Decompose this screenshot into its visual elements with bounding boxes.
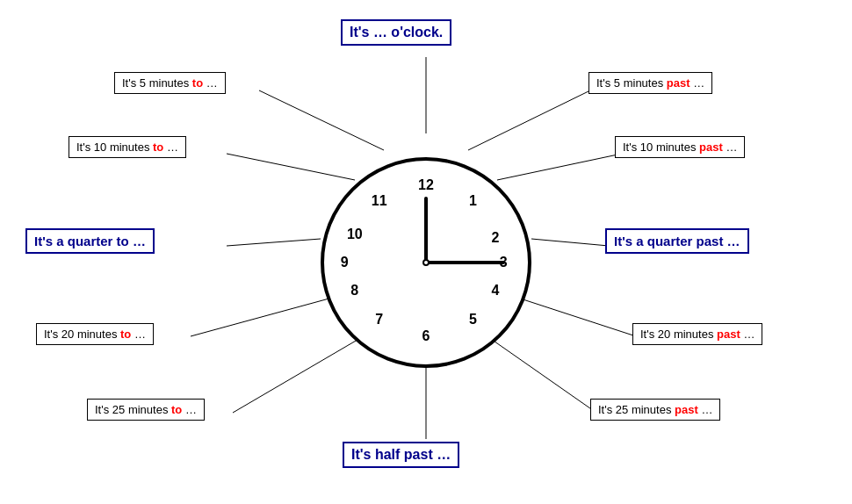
clock-10: 10 — [347, 227, 363, 242]
ten-to-label: It's 10 minutes to … — [69, 136, 186, 158]
oclock-label: It's … o'clock. — [341, 19, 451, 46]
clock-11: 11 — [372, 193, 387, 209]
clock-4: 4 — [491, 283, 499, 299]
clock-9: 9 — [341, 255, 349, 270]
five-to-label: It's 5 minutes to … — [114, 72, 226, 94]
clock-1: 1 — [469, 193, 477, 209]
twentyfive-past-label: It's 25 minutes past … — [590, 399, 720, 421]
clock-2: 2 — [491, 230, 499, 246]
clock-5: 5 — [469, 312, 477, 328]
minute-hand — [426, 261, 505, 264]
clock-12: 12 — [418, 177, 434, 193]
half-past-label: It's half past … — [343, 442, 459, 468]
clock: 12 1 2 3 4 5 6 7 8 9 10 11 — [321, 157, 531, 368]
quarter-to-label: It's a quarter to … — [25, 228, 155, 254]
twenty-to-label: It's 20 minutes to … — [36, 323, 154, 345]
twentyfive-to-label: It's 25 minutes to … — [87, 399, 205, 421]
five-past-label: It's 5 minutes past … — [588, 72, 712, 94]
clock-8: 8 — [350, 283, 358, 299]
svg-line-3 — [227, 239, 321, 246]
clock-face: 12 1 2 3 4 5 6 7 8 9 10 11 — [321, 157, 531, 368]
ten-past-label: It's 10 minutes past … — [615, 136, 745, 158]
clock-6: 6 — [422, 328, 430, 344]
clock-center — [422, 259, 430, 266]
svg-line-7 — [468, 90, 590, 150]
svg-line-1 — [259, 90, 384, 150]
hour-hand — [424, 197, 428, 263]
twenty-past-label: It's 20 minutes past … — [632, 323, 762, 345]
quarter-past-label: It's a quarter past … — [605, 228, 749, 254]
clock-7: 7 — [375, 312, 383, 328]
svg-line-9 — [531, 239, 609, 246]
